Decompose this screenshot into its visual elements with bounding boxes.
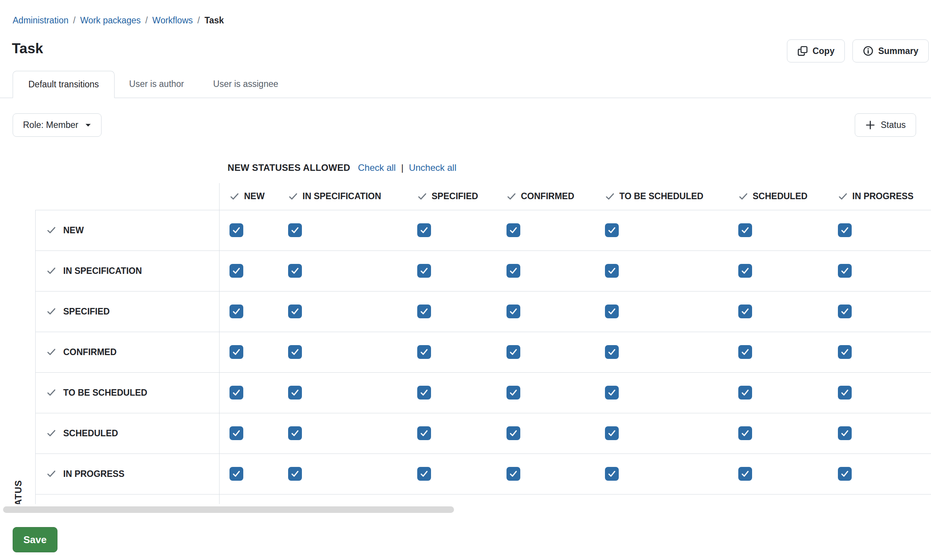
- row-header-confirmed: CONFIRMED: [36, 332, 220, 372]
- uncheck-all-link[interactable]: Uncheck all: [409, 162, 456, 173]
- matrix-cell: [497, 251, 595, 291]
- transition-checkbox-confirmed-to-new[interactable]: [229, 345, 243, 359]
- matrix-cell: [497, 210, 595, 251]
- transition-checkbox-confirmed-to-in-progress[interactable]: [838, 345, 852, 359]
- check-icon: [738, 192, 748, 201]
- transition-checkbox-specified-to-in-specification[interactable]: [288, 305, 302, 318]
- transition-checkbox-to-be-scheduled-to-in-progress[interactable]: [838, 386, 852, 400]
- matrix-cell: [497, 372, 595, 413]
- transition-checkbox-scheduled-to-in-specification[interactable]: [288, 426, 302, 440]
- save-button[interactable]: Save: [13, 527, 57, 552]
- matrix-cell: [828, 291, 931, 332]
- matrix-cell: [728, 210, 828, 251]
- matrix-cell: [407, 413, 497, 454]
- transition-checkbox-in-progress-to-in-progress[interactable]: [838, 467, 852, 481]
- transition-checkbox-in-progress-to-confirmed[interactable]: [506, 467, 520, 481]
- transition-checkbox-in-progress-to-specified[interactable]: [417, 467, 431, 481]
- tab-user-is-author[interactable]: User is author: [115, 70, 198, 98]
- transition-checkbox-scheduled-to-to-be-scheduled[interactable]: [605, 426, 619, 440]
- matrix-cell: [407, 494, 497, 504]
- horizontal-scrollbar-thumb[interactable]: [3, 506, 454, 513]
- matrix-cell: [728, 332, 828, 372]
- row-header-in-progress: IN PROGRESS: [36, 454, 220, 494]
- add-status-button[interactable]: Status: [855, 113, 916, 137]
- matrix-row-in-progress: IN PROGRESS: [36, 454, 931, 494]
- transition-checkbox-in-progress-to-to-be-scheduled[interactable]: [605, 467, 619, 481]
- transition-checkbox-scheduled-to-specified[interactable]: [417, 426, 431, 440]
- transition-checkbox-to-be-scheduled-to-new[interactable]: [229, 386, 243, 400]
- check-all-link[interactable]: Check all: [358, 162, 396, 173]
- matrix-corner-cell: [36, 183, 220, 210]
- matrix-cell: [220, 291, 278, 332]
- transition-checkbox-confirmed-to-to-be-scheduled[interactable]: [605, 345, 619, 359]
- transition-checkbox-in-specification-to-specified[interactable]: [417, 264, 431, 278]
- matrix-cell: [497, 494, 595, 504]
- matrix-cell: [220, 251, 278, 291]
- check-icon: [838, 192, 848, 201]
- check-icon: [605, 192, 615, 201]
- transition-checkbox-new-to-in-specification[interactable]: [288, 223, 302, 237]
- transition-checkbox-scheduled-to-new[interactable]: [229, 426, 243, 440]
- transition-checkbox-to-be-scheduled-to-in-specification[interactable]: [288, 386, 302, 400]
- transition-checkbox-in-specification-to-new[interactable]: [229, 264, 243, 278]
- transition-checkbox-new-to-to-be-scheduled[interactable]: [605, 223, 619, 237]
- transition-checkbox-specified-to-confirmed[interactable]: [506, 305, 520, 318]
- matrix-cell: [828, 210, 931, 251]
- transition-checkbox-new-to-confirmed[interactable]: [506, 223, 520, 237]
- transition-checkbox-confirmed-to-in-specification[interactable]: [288, 345, 302, 359]
- transition-checkbox-to-be-scheduled-to-specified[interactable]: [417, 386, 431, 400]
- transition-checkbox-in-specification-to-in-specification[interactable]: [288, 264, 302, 278]
- transition-checkbox-specified-to-specified[interactable]: [417, 305, 431, 318]
- role-dropdown[interactable]: Role: Member: [13, 113, 102, 137]
- transition-checkbox-specified-to-scheduled[interactable]: [738, 305, 752, 318]
- transition-checkbox-in-progress-to-in-specification[interactable]: [288, 467, 302, 481]
- transition-checkbox-to-be-scheduled-to-scheduled[interactable]: [738, 386, 752, 400]
- copy-button[interactable]: Copy: [787, 39, 845, 62]
- transition-checkbox-to-be-scheduled-to-confirmed[interactable]: [506, 386, 520, 400]
- transition-checkbox-specified-to-new[interactable]: [229, 305, 243, 318]
- breadcrumb: Administration / Work packages / Workflo…: [13, 15, 224, 26]
- transition-checkbox-confirmed-to-confirmed[interactable]: [506, 345, 520, 359]
- copy-icon: [797, 46, 808, 56]
- summary-button[interactable]: Summary: [852, 39, 929, 62]
- matrix-cell: [278, 494, 407, 504]
- transition-checkbox-in-progress-to-new[interactable]: [229, 467, 243, 481]
- matrix-cell: [278, 251, 407, 291]
- transition-checkbox-in-specification-to-confirmed[interactable]: [506, 264, 520, 278]
- transition-checkbox-in-specification-to-scheduled[interactable]: [738, 264, 752, 278]
- matrix-cell: [407, 454, 497, 494]
- transition-checkbox-specified-to-to-be-scheduled[interactable]: [605, 305, 619, 318]
- transition-checkbox-confirmed-to-specified[interactable]: [417, 345, 431, 359]
- breadcrumb-link-work-packages[interactable]: Work packages: [80, 15, 141, 26]
- transition-checkbox-to-be-scheduled-to-to-be-scheduled[interactable]: [605, 386, 619, 400]
- transition-checkbox-in-specification-to-in-progress[interactable]: [838, 264, 852, 278]
- transition-checkbox-scheduled-to-in-progress[interactable]: [838, 426, 852, 440]
- breadcrumb-link-workflows[interactable]: Workflows: [152, 15, 193, 26]
- matrix-cell: [728, 372, 828, 413]
- transition-checkbox-new-to-in-progress[interactable]: [838, 223, 852, 237]
- tab-user-is-assignee[interactable]: User is assignee: [198, 70, 293, 98]
- matrix-cell: [595, 332, 728, 372]
- transition-checkbox-specified-to-in-progress[interactable]: [838, 305, 852, 318]
- transition-checkbox-new-to-new[interactable]: [229, 223, 243, 237]
- transition-checkbox-new-to-specified[interactable]: [417, 223, 431, 237]
- breadcrumb-link-administration[interactable]: Administration: [13, 15, 69, 26]
- tab-default-transitions[interactable]: Default transitions: [13, 71, 115, 98]
- transition-checkbox-scheduled-to-confirmed[interactable]: [506, 426, 520, 440]
- matrix-cell: [828, 413, 931, 454]
- check-icon: [417, 192, 427, 201]
- info-icon: [863, 46, 874, 56]
- transition-checkbox-confirmed-to-scheduled[interactable]: [738, 345, 752, 359]
- matrix-row-in-specification: IN SPECIFICATION: [36, 251, 931, 291]
- transition-checkbox-scheduled-to-scheduled[interactable]: [738, 426, 752, 440]
- transition-checkbox-in-specification-to-to-be-scheduled[interactable]: [605, 264, 619, 278]
- matrix-cell: [828, 372, 931, 413]
- transition-checkbox-in-progress-to-scheduled[interactable]: [738, 467, 752, 481]
- column-header-new: NEW: [220, 183, 278, 210]
- transition-checkbox-new-to-scheduled[interactable]: [738, 223, 752, 237]
- matrix-row-confirmed: CONFIRMED: [36, 332, 931, 372]
- check-icon: [46, 388, 56, 398]
- check-icon: [46, 306, 56, 316]
- matrix-cell: [595, 494, 728, 504]
- column-header-label: NEW: [244, 191, 265, 201]
